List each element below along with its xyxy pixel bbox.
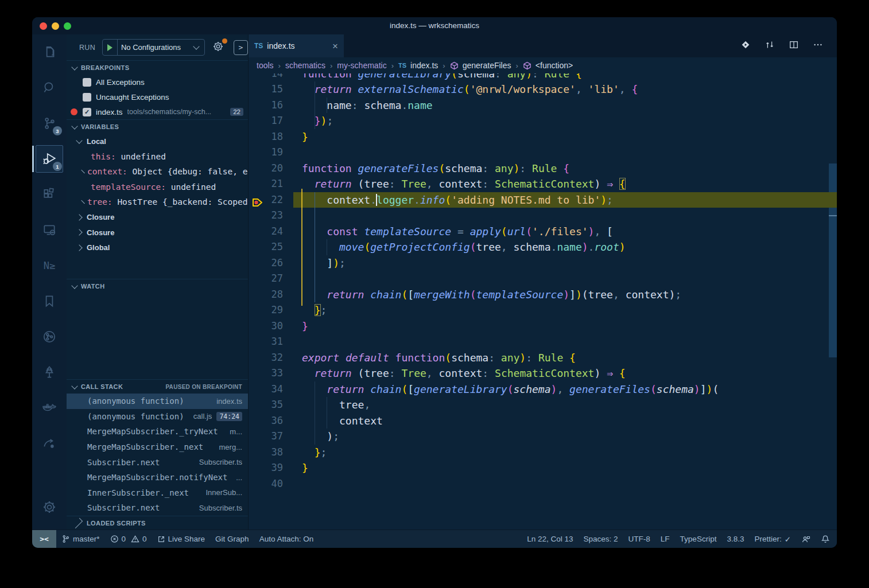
source-control-icon[interactable]: 3: [32, 106, 67, 141]
split-editor-icon[interactable]: [789, 40, 799, 52]
extensions-icon[interactable]: [32, 177, 67, 212]
variable-scope-global[interactable]: Global: [67, 240, 248, 256]
code-line-17[interactable]: 17 });: [249, 113, 837, 129]
prettier-item[interactable]: Prettier: ✓: [749, 530, 796, 548]
callstack-frame[interactable]: (anonymous function)index.ts: [67, 394, 248, 409]
variable-row[interactable]: tree: HostTree {_backend: ScopedH…: [67, 194, 248, 210]
tab-index-ts[interactable]: TS index.ts ×: [249, 34, 344, 57]
variable-scope-closure[interactable]: Closure: [67, 225, 248, 240]
callstack-frame[interactable]: MergeMapSubscriber.notifyNext...: [67, 470, 248, 485]
code-line-27[interactable]: 27: [249, 271, 837, 287]
callstack-frame[interactable]: Subscriber.nextSubscriber.ts: [67, 500, 248, 516]
callstack-frame[interactable]: MergeMapSubscriber._tryNextm...: [67, 424, 248, 439]
code-line-24[interactable]: 24 const templateSource = apply(url('./f…: [249, 224, 837, 240]
variable-row[interactable]: templateSource: undefined: [67, 180, 248, 195]
breadcrumb-item[interactable]: <function>: [536, 61, 573, 70]
feedback-icon[interactable]: [796, 530, 816, 548]
code-line-29[interactable]: 29 };: [249, 302, 837, 318]
remote-indicator[interactable]: ><: [32, 530, 56, 548]
git-branch-item[interactable]: master*: [56, 530, 105, 548]
nx-console-icon[interactable]: N≥: [32, 248, 67, 283]
code-line-40[interactable]: 40: [249, 476, 837, 492]
code-line-32[interactable]: 32export default function(schema: any): …: [249, 350, 837, 366]
bookmarks-icon[interactable]: [32, 283, 67, 319]
todo-tree-icon[interactable]: [32, 355, 67, 390]
code-line-25[interactable]: 25 move(getProjectConfig(tree, schema.na…: [249, 239, 837, 255]
call-stack-header[interactable]: CALL STACK PAUSED ON BREAKPOINT: [67, 379, 248, 394]
breakpoint-checkbox[interactable]: [83, 93, 91, 102]
open-changes-icon[interactable]: [740, 40, 751, 52]
variable-row[interactable]: this: undefined: [67, 149, 248, 165]
configure-gear-icon[interactable]: [212, 40, 224, 54]
auto-attach-item[interactable]: Auto Attach: On: [254, 530, 319, 548]
code-line-28[interactable]: 28 return chain([mergeWith(templateSourc…: [249, 287, 837, 303]
breadcrumb-item[interactable]: tools: [257, 61, 274, 70]
code-line-18[interactable]: 18}: [249, 129, 837, 145]
debug-console-icon[interactable]: >: [234, 40, 248, 55]
ts-version-item[interactable]: 3.8.3: [721, 530, 749, 548]
breakpoint-item[interactable]: All Exceptions: [67, 75, 248, 89]
loaded-scripts-header[interactable]: LOADED SCRIPTS: [67, 516, 248, 530]
variable-row[interactable]: context: Object {debug: false, en…: [67, 164, 248, 180]
language-mode-item[interactable]: TypeScript: [675, 530, 722, 548]
debug-badge: 1: [53, 162, 62, 171]
explorer-icon[interactable]: [32, 34, 67, 70]
project-manager-icon[interactable]: [32, 426, 67, 461]
breadcrumb-item[interactable]: my-schematic: [337, 61, 386, 70]
remote-explorer-icon[interactable]: [32, 212, 67, 248]
code-line-23[interactable]: 23: [249, 208, 837, 224]
live-share-item[interactable]: Live Share: [152, 530, 211, 548]
compare-changes-icon[interactable]: [765, 40, 775, 52]
variable-scope-local[interactable]: Local: [67, 134, 248, 149]
manage-gear-icon[interactable]: [32, 489, 67, 525]
indentation-item[interactable]: Spaces: 2: [579, 530, 623, 548]
encoding-item[interactable]: UTF-8: [623, 530, 655, 548]
code-line-37[interactable]: 37 );: [249, 429, 837, 445]
git-graph-item[interactable]: Git Graph: [210, 530, 254, 548]
cursor-position-item[interactable]: Ln 22, Col 13: [522, 530, 578, 548]
variable-scope-closure[interactable]: Closure: [67, 210, 248, 225]
code-line-39[interactable]: 39}: [249, 460, 837, 476]
callstack-frame[interactable]: InnerSubscriber._nextInnerSub...: [67, 485, 248, 501]
code-line-14[interactable]: 14function generateLibrary(schema: any):…: [249, 73, 837, 81]
variables-header[interactable]: VARIABLES: [67, 119, 248, 134]
start-debug-icon[interactable]: [107, 44, 112, 51]
breakpoint-item[interactable]: ✓index.tstools/schematics/my-sch...22: [67, 104, 248, 119]
breakpoint-checkbox[interactable]: [83, 78, 91, 87]
breakpoints-header[interactable]: BREAKPOINTS: [67, 60, 248, 75]
code-line-35[interactable]: 35 tree,: [249, 397, 837, 413]
code-line-33[interactable]: 33 return (tree: Tree, context: Schemati…: [249, 365, 837, 381]
run-and-debug-icon[interactable]: 1: [32, 141, 67, 177]
code-line-38[interactable]: 38 };: [249, 445, 837, 461]
close-tab-icon[interactable]: ×: [332, 41, 338, 51]
docker-icon[interactable]: [32, 390, 67, 426]
code-area[interactable]: 14function generateLibrary(schema: any):…: [249, 73, 837, 529]
code-line-15[interactable]: 15 return externalSchematic('@nrwl/works…: [249, 81, 837, 98]
code-line-20[interactable]: 20function generateFiles(schema: any): R…: [249, 161, 837, 177]
breadcrumb-item[interactable]: generateFiles: [463, 61, 511, 70]
code-line-34[interactable]: 34 return chain([generateLibrary(schema)…: [249, 381, 837, 398]
code-line-19[interactable]: 19: [249, 145, 837, 161]
breadcrumb-item[interactable]: index.ts: [410, 61, 438, 70]
watch-header[interactable]: WATCH: [67, 279, 248, 293]
code-line-16[interactable]: 16 name: schema.name: [249, 98, 837, 114]
callstack-frame[interactable]: (anonymous function)call.js74:24: [67, 409, 248, 425]
code-line-31[interactable]: 31: [249, 334, 837, 350]
search-icon[interactable]: [32, 70, 67, 106]
code-line-36[interactable]: 36 context: [249, 413, 837, 429]
code-line-26[interactable]: 26 ]);: [249, 255, 837, 271]
breadcrumb-item[interactable]: schematics: [285, 61, 325, 70]
callstack-frame[interactable]: MergeMapSubscriber._nextmerg...: [67, 439, 248, 455]
callstack-frame[interactable]: Subscriber.nextSubscriber.ts: [67, 454, 248, 470]
eol-item[interactable]: LF: [655, 530, 675, 548]
code-line-30[interactable]: 30}: [249, 318, 837, 334]
launch-configuration-dropdown[interactable]: No Configurations: [102, 39, 205, 56]
breakpoint-checkbox[interactable]: ✓: [83, 108, 91, 116]
code-line-22[interactable]: 22 context.logger.info('adding NOTES.md …: [249, 192, 837, 208]
breakpoint-item[interactable]: Uncaught Exceptions: [67, 89, 248, 104]
more-actions-icon[interactable]: [813, 40, 823, 52]
git-graph-icon[interactable]: [32, 319, 67, 355]
notifications-bell-icon[interactable]: [816, 530, 837, 548]
problems-item[interactable]: 0 0: [105, 530, 152, 548]
code-line-21[interactable]: 21 return (tree: Tree, context: Schemati…: [249, 176, 837, 192]
